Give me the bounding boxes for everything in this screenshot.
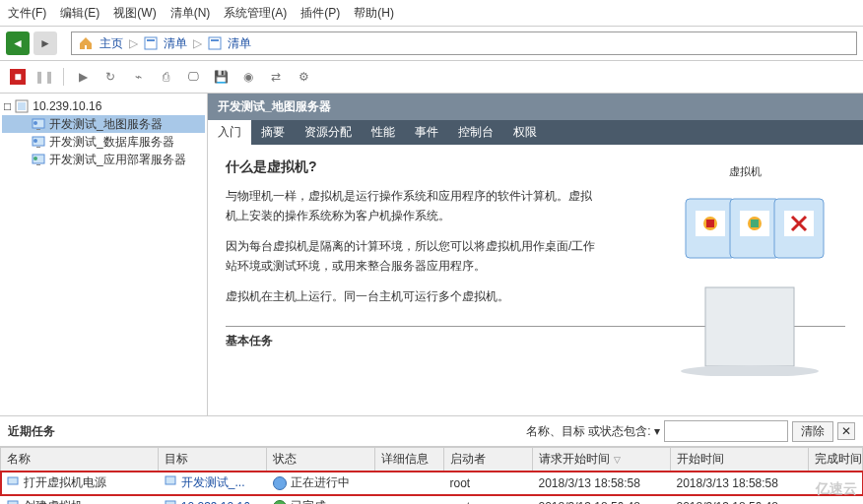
col-finish-time[interactable]: 完成时间 xyxy=(809,448,863,472)
menu-plugin[interactable]: 插件(P) xyxy=(300,5,340,22)
tree-node-label: 开发测试_数据库服务器 xyxy=(49,134,174,151)
tasks-header: 近期任务 名称、目标 或状态包含: ▾ 清除 ✕ xyxy=(0,415,863,447)
tab-0[interactable]: 入门 xyxy=(208,120,251,145)
target-icon xyxy=(165,474,178,486)
menu-inventory[interactable]: 清单(N) xyxy=(170,5,211,22)
breadcrumb[interactable]: 主页 ▷ 清单 ▷ 清单 xyxy=(71,32,857,55)
breadcrumb-inventory2: 清单 xyxy=(228,35,251,52)
tree-vm-node[interactable]: 开发测试_地图服务器 xyxy=(2,115,205,133)
menu-view[interactable]: 视图(W) xyxy=(113,5,156,22)
play-icon[interactable]: ▶ xyxy=(74,68,92,86)
tab-content: 什么是虚拟机? 与物理机一样，虚拟机是运行操作系统和应用程序的软件计算机。虚拟机… xyxy=(208,145,863,415)
tasks-table: 名称 目标 状态 详细信息 启动者 请求开始时间 开始时间 完成时间 打开虚拟机… xyxy=(0,447,863,504)
svg-point-8 xyxy=(33,121,37,125)
vm-icon xyxy=(32,117,45,131)
svg-rect-28 xyxy=(166,476,175,484)
menu-help[interactable]: 帮助(H) xyxy=(354,5,394,22)
search-input[interactable] xyxy=(664,420,788,442)
back-button[interactable]: ◄ xyxy=(6,32,30,55)
table-row[interactable]: 创建虚拟机 10.239.10.16已完成root2018/3/13 18:56… xyxy=(1,495,863,505)
tab-2[interactable]: 资源分配 xyxy=(295,120,362,145)
stop-icon[interactable]: ■ xyxy=(10,69,26,85)
cd-icon[interactable]: ◉ xyxy=(239,68,257,86)
col-initiator[interactable]: 启动者 xyxy=(444,448,533,472)
table-row[interactable]: 打开虚拟机电源 开发测试_...正在进行中root2018/3/13 18:58… xyxy=(1,472,863,495)
nav-toolbar: ◄ ► 主页 ▷ 清单 ▷ 清单 xyxy=(0,27,863,61)
collapse-icon[interactable]: □ xyxy=(4,99,11,113)
svg-point-14 xyxy=(33,157,37,160)
nav-tree[interactable]: □ 10.239.10.16 开发测试_地图服务器开发测试_数据库服务器开发测试… xyxy=(0,94,208,415)
pause-icon[interactable]: ❚❚ xyxy=(35,68,53,86)
tree-root[interactable]: □ 10.239.10.16 xyxy=(2,97,205,115)
col-detail[interactable]: 详细信息 xyxy=(375,448,444,472)
target-icon xyxy=(165,499,178,504)
vm-illus-label: 虚拟机 xyxy=(646,164,843,179)
chevron-icon: ▷ xyxy=(193,36,202,50)
svg-rect-5 xyxy=(18,102,26,110)
tree-node-label: 开发测试_应用部署服务器 xyxy=(49,152,186,168)
tree-node-label: 开发测试_地图服务器 xyxy=(49,116,163,133)
tab-3[interactable]: 性能 xyxy=(362,120,405,145)
home-icon xyxy=(78,35,94,51)
breadcrumb-inventory1: 清单 xyxy=(164,35,187,52)
svg-rect-7 xyxy=(36,129,40,130)
restart-icon[interactable]: ↻ xyxy=(101,68,119,86)
task-icon xyxy=(7,498,21,504)
settings-icon[interactable]: ⚙ xyxy=(295,68,312,86)
content-p2: 因为每台虚拟机是隔离的计算环境，所以您可以将虚拟机用作桌面/工作站环境或测试环境… xyxy=(226,236,600,277)
svg-rect-15 xyxy=(705,287,794,366)
menu-bar: 文件(F) 编辑(E) 视图(W) 清单(N) 系统管理(A) 插件(P) 帮助… xyxy=(0,0,863,27)
col-start-time[interactable]: 开始时间 xyxy=(671,448,809,472)
table-header-row: 名称 目标 状态 详细信息 启动者 请求开始时间 开始时间 完成时间 xyxy=(1,448,863,472)
col-name[interactable]: 名称 xyxy=(1,448,159,472)
menu-file[interactable]: 文件(F) xyxy=(8,5,46,22)
svg-rect-1 xyxy=(147,39,155,41)
menu-edit[interactable]: 编辑(E) xyxy=(60,5,100,22)
inventory-icon xyxy=(208,36,222,50)
svg-rect-2 xyxy=(209,37,221,49)
snapshot-manager-icon[interactable]: ⎙ xyxy=(157,68,174,86)
svg-rect-20 xyxy=(706,220,714,227)
content-p1: 与物理机一样，虚拟机是运行操作系统和应用程序的软件计算机。虚拟机上安装的操作系统… xyxy=(226,186,600,226)
detail-title: 开发测试_地图服务器 xyxy=(208,94,863,120)
tasks-title: 近期任务 xyxy=(8,423,55,440)
inventory-icon xyxy=(144,36,158,50)
tab-4[interactable]: 事件 xyxy=(405,120,448,145)
col-target[interactable]: 目标 xyxy=(159,448,267,472)
clear-button[interactable]: 清除 xyxy=(792,421,833,442)
tab-1[interactable]: 摘要 xyxy=(251,120,295,145)
network-icon[interactable]: ⇄ xyxy=(267,68,285,86)
svg-rect-10 xyxy=(36,147,40,148)
chevron-icon: ▷ xyxy=(129,36,138,50)
host-icon xyxy=(15,99,29,113)
detail-panel: 开发测试_地图服务器 入门摘要资源分配性能事件控制台权限 什么是虚拟机? 与物理… xyxy=(208,94,863,415)
monitor-icon[interactable]: 🖵 xyxy=(184,68,202,86)
tree-vm-node[interactable]: 开发测试_应用部署服务器 xyxy=(2,151,205,168)
snapshot-icon[interactable]: ⌁ xyxy=(129,68,147,86)
search-label: 名称、目标 或状态包含: ▾ xyxy=(526,423,660,440)
svg-rect-27 xyxy=(8,477,18,484)
svg-point-11 xyxy=(33,139,37,143)
close-tasks-button[interactable]: ✕ xyxy=(837,422,855,440)
vm-icon xyxy=(32,135,45,149)
tasks-search: 名称、目标 或状态包含: ▾ 清除 ✕ xyxy=(526,420,855,442)
svg-rect-0 xyxy=(145,37,157,49)
tab-6[interactable]: 权限 xyxy=(503,120,547,145)
tab-5[interactable]: 控制台 xyxy=(448,120,503,145)
menu-admin[interactable]: 系统管理(A) xyxy=(224,5,287,22)
forward-button[interactable]: ► xyxy=(33,32,57,55)
breadcrumb-home: 主页 xyxy=(100,35,123,52)
svg-point-16 xyxy=(681,365,819,376)
col-request-time[interactable]: 请求开始时间 xyxy=(533,448,671,472)
tab-strip: 入门摘要资源分配性能事件控制台权限 xyxy=(208,120,863,145)
svg-rect-24 xyxy=(751,220,759,227)
disk-icon[interactable]: 💾 xyxy=(212,68,230,86)
vm-icon xyxy=(32,153,45,166)
tree-root-label: 10.239.10.16 xyxy=(33,99,101,113)
action-toolbar: ■ ❚❚ ▶ ↻ ⌁ ⎙ 🖵 💾 ◉ ⇄ ⚙ xyxy=(0,61,863,94)
svg-rect-13 xyxy=(36,164,40,165)
svg-rect-3 xyxy=(211,39,219,41)
tree-vm-node[interactable]: 开发测试_数据库服务器 xyxy=(2,133,205,151)
separator xyxy=(63,68,64,86)
col-status[interactable]: 状态 xyxy=(267,448,375,472)
